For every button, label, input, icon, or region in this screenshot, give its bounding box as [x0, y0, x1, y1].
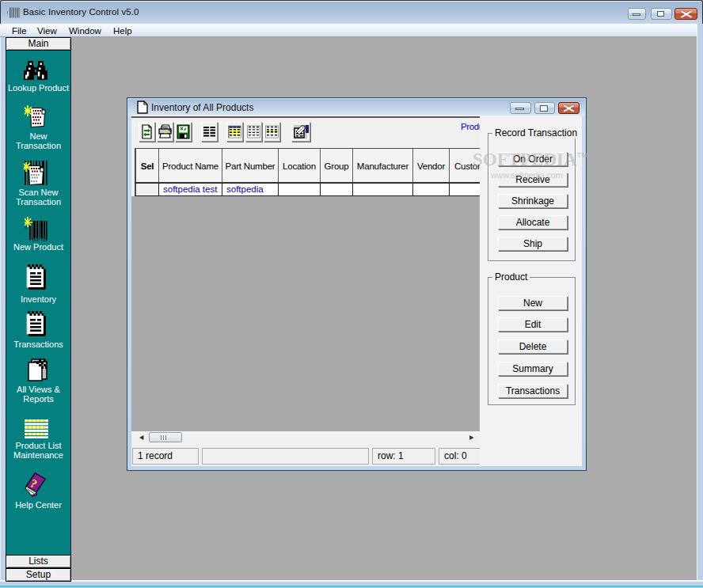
- svg-text:0: 0: [36, 237, 39, 241]
